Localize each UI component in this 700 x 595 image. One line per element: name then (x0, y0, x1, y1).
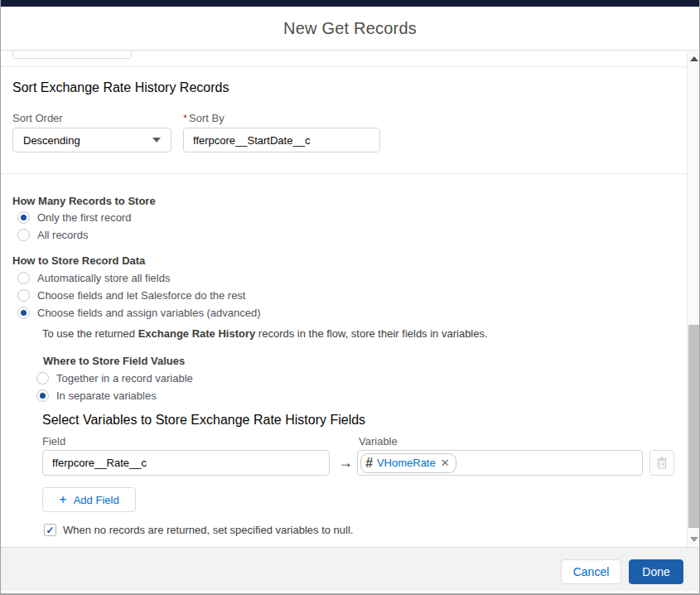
sort-order-combobox[interactable]: Descending (12, 128, 171, 152)
variable-column-label: Variable (359, 435, 398, 447)
modal-title: New Get Records (283, 19, 417, 38)
modal-footer: Cancel Done (1, 547, 699, 591)
radio-button-icon[interactable] (36, 389, 49, 402)
radio-label: All records (37, 229, 88, 241)
background-behind-modal (1, 591, 699, 595)
radio-button-icon[interactable] (36, 372, 49, 385)
required-asterisk: * (183, 112, 187, 124)
sort-section-heading: Sort Exchange Rate History Records (12, 80, 229, 95)
trash-icon (656, 457, 668, 469)
modal-scroll-content: Sort Exchange Rate History Records Sort … (1, 51, 687, 547)
vertical-scrollbar[interactable] (687, 51, 700, 547)
radio-label: Only the first record (37, 211, 131, 224)
radio-choose-fields-salesforce[interactable]: Choose fields and let Salesforce do the … (17, 289, 245, 302)
maps-to-arrow-icon: → (335, 450, 356, 476)
radio-all-records[interactable]: All records (17, 229, 88, 241)
section-divider (1, 66, 687, 67)
select-variables-heading: Select Variables to Store Exchange Rate … (42, 413, 365, 428)
field-column-label: Field (42, 435, 65, 447)
how-to-store-label: How to Store Record Data (12, 254, 145, 267)
field-input[interactable] (42, 450, 330, 476)
checkbox-label: When no records are returned, set specif… (63, 524, 353, 536)
sort-order-label: Sort Order (12, 112, 63, 124)
how-many-records-label: How Many Records to Store (12, 195, 156, 207)
radio-label: Automatically store all fields (37, 272, 170, 284)
scrollbar-thumb[interactable] (688, 325, 700, 528)
radio-button-icon[interactable] (17, 211, 30, 224)
cancel-button[interactable]: Cancel (561, 559, 621, 584)
store-fields-info-text: To use the returned Exchange Rate Histor… (42, 327, 488, 340)
radio-only-first-record[interactable]: Only the first record (17, 211, 131, 224)
delete-row-button[interactable] (649, 450, 674, 476)
radio-label: Choose fields and assign variables (adva… (37, 307, 261, 319)
scroll-up-arrow-icon[interactable] (690, 56, 698, 61)
sort-by-label: *Sort By (183, 112, 224, 124)
chevron-down-icon (152, 138, 161, 143)
sort-order-value: Descending (23, 134, 152, 147)
radio-label: Together in a record variable (56, 372, 193, 385)
section-divider (1, 173, 687, 174)
number-variable-icon: # (365, 456, 373, 471)
checkbox-checked-icon[interactable]: ✓ (44, 524, 56, 536)
where-to-store-label: Where to Store Field Values (43, 355, 185, 367)
sort-by-input[interactable] (183, 128, 380, 152)
radio-together-record-variable[interactable]: Together in a record variable (36, 372, 193, 385)
null-variables-checkbox-row[interactable]: ✓ When no records are returned, set spec… (44, 524, 353, 536)
add-field-button[interactable]: + Add Field (42, 487, 136, 512)
radio-button-icon[interactable] (17, 272, 30, 284)
done-button[interactable]: Done (629, 559, 683, 584)
scroll-down-arrow-icon[interactable] (690, 537, 698, 542)
radio-choose-fields-advanced[interactable]: Choose fields and assign variables (adva… (17, 307, 261, 319)
radio-button-icon[interactable] (17, 307, 30, 319)
radio-button-icon[interactable] (17, 289, 30, 302)
clipped-input-above-fold[interactable] (12, 51, 132, 59)
variable-pill-label[interactable]: VHomeRate (377, 457, 436, 469)
radio-auto-store-all-fields[interactable]: Automatically store all fields (17, 272, 170, 284)
app-header-strip (1, 0, 700, 7)
remove-variable-icon[interactable]: ✕ (441, 457, 450, 468)
new-get-records-modal: New Get Records Sort Exchange Rate Histo… (0, 0, 700, 595)
modal-header: New Get Records (1, 7, 699, 51)
add-field-label: Add Field (74, 494, 119, 506)
variable-input[interactable]: # VHomeRate ✕ (357, 450, 643, 476)
radio-label: In separate variables (56, 389, 157, 402)
plus-icon: + (59, 492, 66, 507)
radio-separate-variables[interactable]: In separate variables (36, 389, 157, 402)
radio-button-icon[interactable] (17, 229, 30, 241)
radio-label: Choose fields and let Salesforce do the … (37, 289, 245, 302)
variable-pill[interactable]: # VHomeRate ✕ (360, 453, 456, 473)
